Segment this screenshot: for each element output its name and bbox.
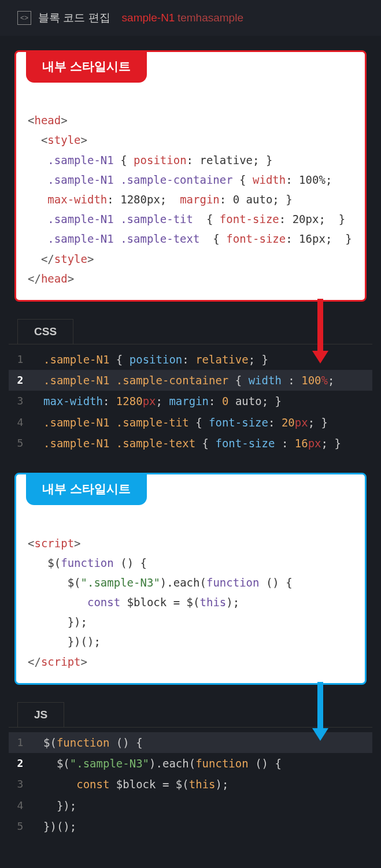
line-code: $(".sample-N3").each(function () { (32, 754, 282, 773)
line-number: 2 (9, 372, 32, 390)
header-sub1: sample-N1 (122, 12, 175, 24)
line-number: 5 (9, 435, 32, 452)
editor-line[interactable]: 2 $(".sample-N3").each(function () { (9, 753, 372, 774)
css-editor: CSS 1 .sample-N1 { position: relative; }… (0, 319, 381, 458)
editor-line[interactable]: 2 .sample-N1 .sample-container { width :… (9, 370, 372, 391)
js-editor: JS 1 $(function () { 2 $(".sample-N3").e… (0, 702, 381, 853)
css-source-card: 내부 스타일시트 <head> <style> .sample-N1 { pos… (14, 50, 367, 302)
line-code: .sample-N1 .sample-tit { font-size: 20px… (32, 413, 328, 432)
css-card-tab: 내부 스타일시트 (26, 50, 147, 83)
line-number: 5 (9, 818, 32, 836)
line-code: }); (32, 796, 76, 815)
editor-line[interactable]: 3 max-width: 1280px; margin: 0 auto; } (9, 391, 372, 411)
line-code: const $block = $(this); (32, 775, 228, 793)
line-number: 4 (9, 414, 32, 432)
css-card-code: <head> <style> .sample-N1 { position: re… (28, 91, 353, 288)
header-bar: <> 블록 코드 편집 sample-N1 temhasample (0, 0, 381, 36)
header-title: 블록 코드 편집 (38, 10, 110, 25)
editor-line[interactable]: 5 })(); (9, 816, 372, 837)
editor-line[interactable]: 4 .sample-N1 .sample-tit { font-size: 20… (9, 412, 372, 433)
line-code: max-width: 1280px; margin: 0 auto; } (32, 392, 282, 410)
line-code: $(function () { (32, 733, 143, 752)
header-filename: sample-N1 temhasample (117, 12, 243, 24)
line-code: })(); (32, 817, 76, 836)
editor-line[interactable]: 5 .sample-N1 .sample-text { font-size : … (9, 433, 372, 454)
js-editor-tab[interactable]: JS (17, 702, 64, 727)
line-code: .sample-N1 .sample-text { font-size : 16… (32, 434, 341, 452)
line-number: 2 (9, 755, 32, 773)
editor-line[interactable]: 4 }); (9, 795, 372, 816)
header-sub2: temhasample (177, 12, 243, 24)
code-icon: <> (17, 11, 31, 25)
line-number: 1 (9, 734, 32, 752)
js-card-code: <script> $(function () { $(".sample-N3")… (28, 513, 353, 672)
js-card-tab: 내부 스타일시트 (26, 473, 147, 505)
line-number: 1 (9, 351, 32, 369)
line-number: 4 (9, 797, 32, 815)
line-number: 3 (9, 392, 32, 410)
js-editor-body[interactable]: 1 $(function () { 2 $(".sample-N3").each… (9, 727, 372, 841)
line-code: .sample-N1 .sample-container { width : 1… (32, 371, 334, 390)
css-editor-tab[interactable]: CSS (17, 319, 73, 344)
line-number: 3 (9, 776, 32, 793)
editor-line[interactable]: 3 const $block = $(this); (9, 774, 372, 795)
js-source-card: 내부 스타일시트 <script> $(function () { $(".sa… (14, 473, 367, 685)
line-code: .sample-N1 { position: relative; } (32, 350, 268, 369)
